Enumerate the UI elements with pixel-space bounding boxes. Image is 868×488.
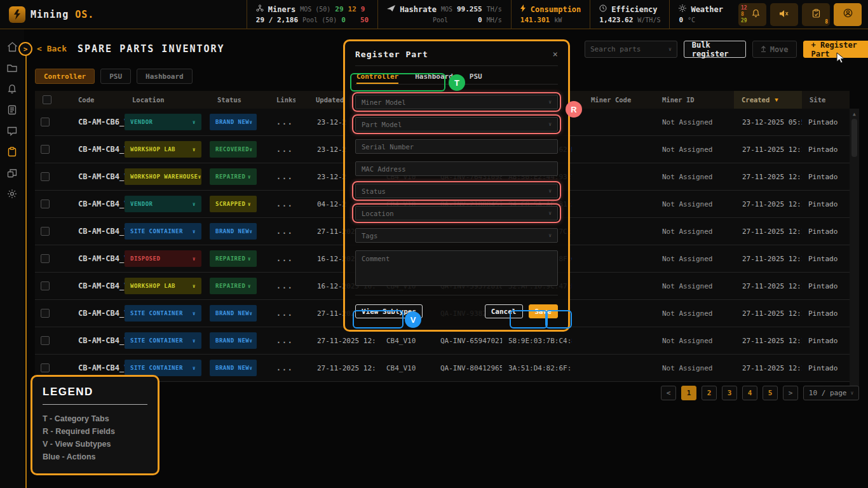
- col-header-status[interactable]: Status: [210, 96, 267, 104]
- location-select[interactable]: DISPOSED∨: [125, 250, 201, 267]
- row-checkbox[interactable]: [41, 309, 50, 318]
- messages-icon[interactable]: [6, 125, 18, 137]
- collapse-panel-button[interactable]: >: [18, 42, 32, 56]
- status-select[interactable]: REPAIRED∨: [210, 168, 257, 185]
- status-select[interactable]: BRAND NEW∨: [210, 305, 257, 322]
- category-tab-psu[interactable]: PSU: [100, 69, 131, 84]
- field-mac-address[interactable]: MAC Address: [355, 161, 558, 176]
- assets-icon[interactable]: [6, 166, 18, 179]
- row-checkbox-cell: [35, 363, 57, 372]
- field-tags[interactable]: Tags∨: [355, 228, 558, 243]
- page-button-4[interactable]: 4: [742, 386, 757, 400]
- back-button[interactable]: < Back: [37, 44, 67, 53]
- location-select[interactable]: VENDOR∨: [125, 114, 201, 130]
- search-parts-input[interactable]: Search parts ∨: [585, 41, 677, 58]
- status-select[interactable]: BRAND NEW∨: [210, 223, 257, 240]
- category-tab-hashboard[interactable]: Hashboard: [137, 69, 193, 84]
- sound-button[interactable]: [770, 3, 798, 26]
- cancel-button[interactable]: Cancel: [485, 304, 523, 318]
- location-select[interactable]: WORKSHOP WAREHOUSE∨: [125, 168, 201, 185]
- col-header-site[interactable]: Site: [802, 96, 850, 104]
- save-button[interactable]: Save: [529, 304, 559, 318]
- scrollbar-thumb[interactable]: [851, 119, 857, 157]
- field-status[interactable]: Status∨: [355, 184, 558, 198]
- links-menu[interactable]: ...: [267, 254, 295, 263]
- col-header-created[interactable]: Created ▼: [734, 91, 802, 109]
- status-value: RECOVERED: [215, 146, 249, 152]
- links-menu[interactable]: ...: [267, 118, 295, 126]
- status-cell: SCRAPPED∨: [210, 196, 267, 212]
- select-all-checkbox[interactable]: [43, 95, 51, 104]
- row-checkbox[interactable]: [41, 118, 50, 126]
- links-menu[interactable]: ...: [267, 309, 295, 318]
- location-select[interactable]: VENDOR∨: [125, 196, 201, 212]
- status-select[interactable]: BRAND NEW∨: [210, 332, 257, 349]
- modal-tab-hashboard[interactable]: Hashboard: [415, 72, 453, 84]
- settings-gear-icon[interactable]: [6, 187, 18, 200]
- tasks-button[interactable]: 8: [802, 3, 830, 26]
- links-menu[interactable]: ...: [267, 336, 295, 345]
- row-checkbox-cell: [35, 227, 57, 236]
- status-select[interactable]: REPAIRED∨: [210, 278, 257, 294]
- col-header-links[interactable]: Links: [267, 96, 295, 104]
- home-icon[interactable]: [6, 41, 18, 53]
- field-comment[interactable]: Comment: [355, 250, 558, 286]
- location-select[interactable]: SITE CONTAINER∨: [125, 332, 201, 349]
- row-checkbox[interactable]: [41, 227, 50, 236]
- next-page-button[interactable]: >: [783, 386, 798, 400]
- location-select[interactable]: SITE CONTAINER∨: [125, 360, 201, 376]
- spare-parts-icon[interactable]: [6, 146, 18, 158]
- status-select[interactable]: REPAIRED∨: [210, 250, 257, 267]
- col-header-miner-code[interactable]: Miner Code: [572, 96, 654, 104]
- status-select[interactable]: BRAND NEW∨: [210, 114, 257, 130]
- col-header-miner-id[interactable]: Miner ID: [654, 96, 734, 104]
- modal-tab-psu[interactable]: PSU: [470, 72, 482, 84]
- field-miner-model[interactable]: Miner Model∨: [355, 95, 558, 109]
- status-value: BRAND NEW: [215, 310, 249, 316]
- modal-tab-controller[interactable]: Controller: [356, 72, 398, 84]
- page-button-2[interactable]: 2: [702, 386, 717, 400]
- location-select[interactable]: SITE CONTAINER∨: [125, 223, 201, 240]
- page-button-5[interactable]: 5: [763, 386, 778, 400]
- alerts-icon[interactable]: [6, 83, 18, 95]
- page-button-3[interactable]: 3: [722, 386, 737, 400]
- links-menu[interactable]: ...: [267, 145, 295, 154]
- links-menu[interactable]: ...: [267, 172, 295, 181]
- links-menu[interactable]: ...: [267, 200, 295, 208]
- page-size-select[interactable]: 10 / page ∨: [803, 386, 859, 400]
- field-serial-number[interactable]: Serial Number: [355, 139, 558, 154]
- links-menu[interactable]: ...: [267, 363, 295, 372]
- row-checkbox[interactable]: [41, 281, 50, 290]
- account-button[interactable]: [834, 3, 862, 26]
- prev-page-button[interactable]: <: [661, 386, 676, 400]
- status-select[interactable]: SCRAPPED∨: [210, 196, 257, 212]
- notifications-button[interactable]: 12 8 29: [738, 3, 766, 26]
- bulk-register-button[interactable]: Bulk register: [684, 41, 746, 58]
- category-tab-controller[interactable]: Controller: [35, 69, 95, 84]
- status-select[interactable]: BRAND NEW∨: [210, 360, 257, 376]
- row-checkbox[interactable]: [41, 336, 50, 345]
- status-select[interactable]: RECOVERED∨: [210, 141, 257, 158]
- row-checkbox[interactable]: [41, 254, 50, 263]
- row-checkbox[interactable]: [41, 145, 50, 154]
- field-part-model[interactable]: Part Model∨: [355, 117, 558, 132]
- col-header-location[interactable]: Location: [125, 96, 210, 104]
- location-select[interactable]: SITE CONTAINER∨: [125, 305, 201, 322]
- links-menu[interactable]: ...: [267, 227, 295, 236]
- field-location[interactable]: Location∨: [355, 206, 558, 220]
- row-checkbox[interactable]: [41, 172, 50, 181]
- page-button-1[interactable]: 1: [681, 386, 696, 400]
- location-select[interactable]: WORKSHOP LAB∨: [125, 278, 201, 294]
- folder-icon[interactable]: [6, 62, 18, 74]
- move-button[interactable]: Move: [752, 41, 797, 58]
- scroll-up-icon[interactable]: ▲: [850, 111, 859, 117]
- location-select[interactable]: WORKSHOP LAB∨: [125, 141, 201, 158]
- links-menu[interactable]: ...: [267, 281, 295, 290]
- table-scrollbar[interactable]: ▲ ▼: [850, 109, 859, 400]
- register-part-button[interactable]: + Register Part: [803, 41, 868, 58]
- row-checkbox[interactable]: [41, 200, 50, 208]
- reports-icon[interactable]: [6, 104, 18, 116]
- row-checkbox[interactable]: [41, 363, 50, 372]
- col-header-code[interactable]: Code: [57, 96, 125, 104]
- close-icon[interactable]: ×: [553, 49, 558, 59]
